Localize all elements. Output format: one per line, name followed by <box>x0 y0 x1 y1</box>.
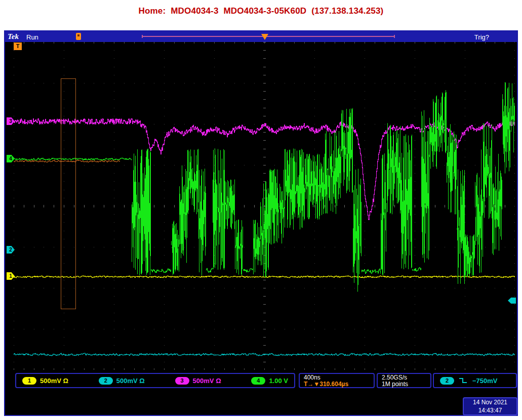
channel-2-scale: 500mV Ω <box>116 377 145 385</box>
date-text: 14 Nov 2021 <box>464 398 516 406</box>
marker-a-icon <box>76 33 81 40</box>
channel-4-badge: 4 <box>251 377 265 385</box>
timebase-readout: 400ns T→▼310.604µs <box>299 373 375 388</box>
channel-4-scale: 1.00 V <box>269 377 288 385</box>
trigger-source-badge: 2 <box>440 377 454 385</box>
channel-3-scale: 500mV Ω <box>193 377 221 385</box>
zoom-region-box <box>61 78 76 309</box>
trigger-t-flag: T <box>14 43 22 50</box>
timebase-delay: T→▼310.604µs <box>304 381 370 387</box>
tek-logo: Tek <box>8 32 19 41</box>
waveform-canvas <box>14 42 515 370</box>
marker-a-dot <box>77 34 79 36</box>
channel-2-badge: 2 <box>99 377 113 385</box>
trigger-position-icon <box>261 34 268 40</box>
channel-readouts: 1 500mV Ω 2 500mV Ω 3 500mV Ω 4 1.00 V <box>15 373 295 388</box>
trigger-level: −750mV <box>472 377 498 385</box>
scope-topbar: Tek Run Trig? <box>5 31 517 42</box>
channel-3-readout: 3 500mV Ω <box>175 377 221 385</box>
channel-3-badge: 3 <box>175 377 189 385</box>
record-view-line <box>142 36 395 37</box>
record-length: 1M points <box>382 381 426 388</box>
trigger-readout: 2 −750mV <box>433 373 517 388</box>
acquisition-status: Run <box>26 33 38 41</box>
oscilloscope-screen: Tek Run Trig? T 3 4 2 1 1 500mV Ω 2 500m… <box>4 30 518 416</box>
acquisition-readout: 2.50GS/s 1M points <box>377 373 431 388</box>
page-title: Home: MDO4034-3 MDO4034-3-05K60D (137.13… <box>0 6 522 16</box>
datetime-box: 14 Nov 2021 14:43:47 <box>463 397 517 415</box>
delay-value: 310.604µs <box>319 381 348 388</box>
channel-1-readout: 1 500mV Ω <box>22 377 68 385</box>
delay-marker-icon: T→▼ <box>304 381 319 388</box>
trigger-status: Trig? <box>474 33 489 41</box>
channel-4-readout: 4 1.00 V <box>251 377 288 385</box>
channel-2-readout: 2 500mV Ω <box>99 377 145 385</box>
graticule: T <box>14 42 515 370</box>
channel-1-scale: 500mV Ω <box>40 377 68 385</box>
falling-edge-icon <box>459 377 468 384</box>
channel-1-badge: 1 <box>22 377 36 385</box>
time-text: 14:43:47 <box>464 406 516 414</box>
